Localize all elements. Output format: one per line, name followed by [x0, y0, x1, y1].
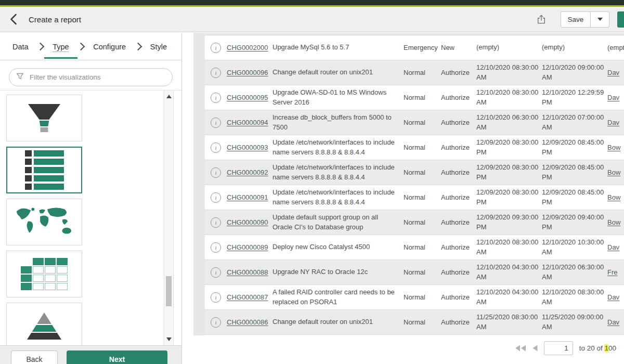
state-cell: Authorize: [441, 218, 476, 226]
viz-thumb-world-map[interactable]: [6, 199, 82, 245]
viz-thumb-pyramid[interactable]: [6, 303, 82, 346]
heatmap-glyph: [21, 258, 68, 290]
assignee-link[interactable]: Fre: [607, 268, 624, 276]
filter-input-wrap[interactable]: [9, 68, 173, 86]
back-chevron-icon[interactable]: [9, 14, 17, 25]
scroll-down-icon[interactable]: [166, 337, 172, 341]
short-description-cell: Update /etc/network/interfaces to includ…: [272, 188, 404, 206]
info-icon[interactable]: i: [211, 68, 221, 78]
table-row: iCHG0000088Upgrade NY RAC to Oracle 12cN…: [205, 260, 624, 285]
state-cell: Authorize: [441, 69, 476, 76]
step-tab-configure[interactable]: Configure: [93, 34, 126, 59]
planned-end-cell: 12/10/2020 08:30:00 AM: [542, 288, 607, 306]
change-number-link[interactable]: CHG0002000: [227, 44, 272, 51]
change-type-cell: Normal: [404, 243, 441, 251]
back-button[interactable]: Back: [11, 350, 58, 364]
viz-thumb-heatmap[interactable]: [6, 251, 82, 297]
assignee-link[interactable]: Bow: [607, 193, 624, 201]
step-tab-type[interactable]: Type: [53, 34, 69, 59]
state-cell: Authorize: [441, 168, 476, 176]
info-icon[interactable]: i: [211, 242, 221, 253]
change-number-link[interactable]: CHG0000089: [227, 243, 272, 251]
change-number-link[interactable]: CHG0000086: [227, 318, 272, 326]
step-tab-style[interactable]: Style: [150, 34, 167, 59]
scrollbar-thumb[interactable]: [166, 276, 172, 306]
page-title: Create a report: [29, 15, 81, 24]
pagination-bar: to 20 of 100: [515, 341, 616, 355]
planned-start-cell: 11/25/2020 08:30:00 AM: [476, 313, 542, 331]
highlighted-digit: 1: [604, 344, 608, 352]
assignee-link[interactable]: Bow: [607, 218, 624, 226]
planned-start-cell: 12/10/2020 08:30:00 AM: [476, 238, 542, 256]
planned-end-cell: 12/09/2020 08:45:00 PM: [542, 163, 607, 181]
change-number-link[interactable]: CHG0000096: [227, 69, 272, 76]
window-top-bar: [0, 0, 624, 5]
planned-start-cell: 12/09/2020 09:30:00 PM: [476, 213, 542, 231]
assignee-link[interactable]: Dav: [607, 318, 624, 326]
planned-start-cell: 12/10/2020 08:30:00 AM: [476, 63, 542, 82]
header-edge-teal-button[interactable]: [617, 11, 624, 28]
assignee-link[interactable]: Bow: [607, 144, 624, 151]
assignee-link[interactable]: Dav: [607, 69, 624, 76]
chevron-right-icon: [134, 42, 142, 50]
sidebar-scrollbar[interactable]: [164, 90, 174, 346]
info-icon[interactable]: i: [211, 167, 221, 178]
viz-thumb-list[interactable]: [6, 147, 82, 193]
info-icon[interactable]: i: [211, 267, 221, 278]
info-icon[interactable]: i: [211, 192, 221, 203]
save-dropdown-button[interactable]: [591, 11, 609, 28]
info-cell: i: [205, 68, 227, 78]
share-icon[interactable]: [537, 14, 546, 24]
world-map-glyph: [14, 206, 75, 238]
first-page-button[interactable]: [515, 345, 526, 352]
info-cell: i: [205, 317, 227, 328]
change-number-link[interactable]: CHG0000087: [227, 293, 272, 301]
state-cell: Authorize: [441, 318, 476, 326]
info-icon[interactable]: i: [211, 43, 221, 53]
assignee-link[interactable]: Dav: [607, 119, 624, 126]
page-start-input[interactable]: [544, 341, 573, 355]
range-text: to 20 of: [579, 344, 605, 352]
scroll-up-icon[interactable]: [166, 95, 172, 98]
assignee-link[interactable]: Dav: [607, 293, 624, 301]
next-button[interactable]: Next: [67, 350, 167, 364]
info-cell: i: [205, 217, 227, 228]
state-cell: Authorize: [441, 293, 476, 301]
change-type-cell: Normal: [404, 119, 441, 126]
info-icon[interactable]: i: [211, 118, 221, 128]
short-description-cell: A failed RAID controller card needs to b…: [272, 288, 404, 306]
change-number-link[interactable]: CHG0000090: [227, 218, 272, 226]
table-row: iCHG0000093Update /etc/network/interface…: [205, 135, 624, 160]
assignee-link[interactable]: Dav: [607, 94, 624, 101]
planned-start-cell: 12/09/2020 08:30:00 PM: [476, 188, 542, 206]
change-type-cell: Normal: [404, 293, 441, 301]
create-report-screen: Create a report Save DataTypeConfigureSt…: [0, 0, 624, 364]
change-number-link[interactable]: CHG0000092: [227, 168, 272, 176]
info-icon[interactable]: i: [211, 292, 221, 303]
planned-end-cell: 12/09/2020 09:40:00 PM: [542, 213, 607, 231]
change-type-cell: Normal: [404, 168, 441, 176]
state-cell: Authorize: [441, 144, 476, 151]
change-number-link[interactable]: CHG0000094: [227, 119, 272, 126]
visualization-list: [0, 90, 181, 346]
filter-visualizations-input[interactable]: [29, 73, 165, 82]
assignee-cell: (empty): [607, 44, 624, 51]
info-cell: i: [205, 142, 227, 153]
viz-thumb-funnel[interactable]: [6, 95, 82, 141]
change-number-link[interactable]: CHG0000095: [227, 94, 272, 101]
info-icon[interactable]: i: [211, 217, 221, 228]
assignee-link[interactable]: Bow: [607, 168, 624, 176]
info-icon[interactable]: i: [211, 93, 221, 103]
previous-page-button[interactable]: [532, 345, 538, 352]
info-icon[interactable]: i: [211, 142, 221, 153]
change-number-link[interactable]: CHG0000091: [227, 193, 272, 201]
change-number-link[interactable]: CHG0000088: [227, 268, 272, 276]
step-tab-data[interactable]: Data: [12, 34, 29, 59]
total-rest: 00: [608, 344, 616, 352]
change-type-cell: Normal: [404, 94, 441, 101]
save-button[interactable]: Save: [561, 11, 591, 28]
change-number-link[interactable]: CHG0000093: [227, 144, 272, 151]
assignee-link[interactable]: Dav: [607, 243, 624, 251]
planned-start-cell: (empty): [476, 43, 542, 52]
info-icon[interactable]: i: [211, 317, 221, 328]
